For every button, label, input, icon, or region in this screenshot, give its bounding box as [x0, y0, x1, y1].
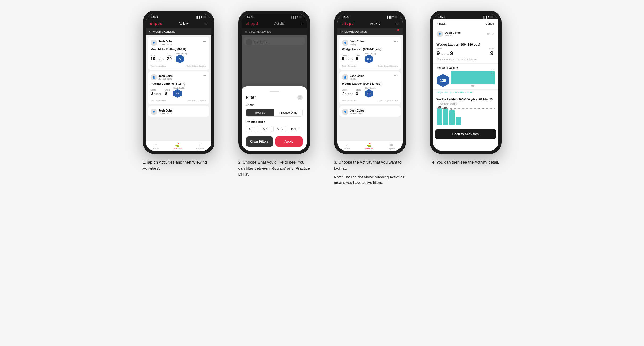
time-1: 13:20 — [151, 15, 158, 18]
user-name-2: Josh Coles — [159, 75, 173, 78]
shots-val-2: 9 — [165, 91, 170, 96]
filter-app[interactable]: APP — [260, 126, 272, 132]
footer2-1: Data: Clippd Capture — [187, 65, 207, 67]
nav-capture-3[interactable]: ⊕ Capture — [388, 143, 395, 150]
footer1-1: Test Information — [151, 65, 166, 67]
detail-activity-section: Wedge Ladder (100–140 yds) - 06 Mar 23 →… — [433, 96, 498, 127]
user-date-3a: Today — [350, 43, 364, 46]
phone-1: 13:20 ▐▐▐ ▾ ⬛ clippd Activity ≡ ⚙ Viewin… — [143, 11, 214, 154]
edit-icon[interactable]: ✏ — [487, 32, 490, 36]
more-dots-2[interactable]: ••• — [203, 74, 207, 78]
quality-hex-3a: 130 — [365, 55, 373, 63]
viewing-banner-3[interactable]: ⚙ Viewing Activities — [337, 28, 403, 35]
screen-content-3: 👤 Josh Coles Today ••• Wedge Ladder (100… — [337, 35, 403, 141]
nav-home-1[interactable]: ⌂ Home — [153, 143, 159, 150]
nav-bar-3: clippd Activity ≡ — [337, 19, 403, 28]
time-4: 13:21 — [438, 15, 445, 18]
filter-ott[interactable]: OTT — [246, 126, 258, 132]
avatar-3c: 👤 — [342, 109, 348, 115]
activity-card-2[interactable]: 👤 Josh Coles 28 Feb 2023 ••• Putting Com… — [148, 71, 209, 104]
filter-putt[interactable]: PUTT — [288, 126, 301, 132]
chart-y-labels: 100 50 0 — [491, 71, 495, 76]
footer1-2: Test Information — [151, 99, 166, 102]
session-info: Player Activity → Practice Session — [433, 90, 498, 96]
time-3: 13:20 — [343, 15, 350, 18]
activity-card-3a[interactable]: 👤 Josh Coles Today ••• Wedge Ladder (100… — [339, 37, 401, 70]
user-name-3b: Josh Coles — [350, 75, 364, 78]
detail-chart-section: Avg Shot Quality 130 130 APP — [433, 64, 498, 90]
shots-val-3a: 9 — [356, 57, 361, 61]
modal-close-btn[interactable]: ✕ — [297, 95, 303, 100]
bars-section: 132 129 124 — [437, 106, 495, 125]
step-4: 13:21 ▐▐▐ ▾ ⬛ < Back Cancel 👤 — [423, 11, 508, 186]
nav-activities-1[interactable]: ⛳ Activities — [173, 143, 182, 150]
step-desc-3: 3. Choose the Activity that you want to … — [334, 159, 406, 186]
more-dots-3a[interactable]: ••• — [394, 40, 398, 43]
back-btn[interactable]: < Back — [437, 22, 446, 25]
shots-val-1: 20 — [167, 57, 172, 61]
quality-label-2: Shot Quality — [173, 87, 185, 89]
bar-item-1: 132 — [437, 106, 442, 125]
activity-card-3b[interactable]: 👤 Josh Coles Today ••• Wedge Ladder (100… — [339, 71, 401, 104]
score-val-2: 0 — [151, 91, 153, 96]
show-label: Show — [246, 103, 303, 106]
tab-rounds[interactable]: Rounds — [246, 109, 274, 116]
nav-capture-1[interactable]: ⊕ Capture — [196, 143, 204, 150]
score-val-3b: 7 — [342, 91, 344, 96]
nav-title-1: Activity — [179, 22, 189, 25]
step-text-1: 1.Tap on Activities and then 'Viewing Ac… — [143, 159, 214, 171]
drill-filters: OTT APP ARG PUTT — [246, 126, 303, 132]
notch-1 — [168, 14, 189, 19]
clear-filters-btn[interactable]: Clear Filters — [246, 136, 273, 147]
more-dots-3b[interactable]: ••• — [394, 74, 398, 78]
menu-1[interactable]: ≡ — [205, 22, 207, 26]
tab-practice-drills[interactable]: Practice Drills — [274, 109, 302, 116]
more-dots-1[interactable]: ••• — [203, 40, 207, 43]
nav-activities-3[interactable]: ⛳ Activities — [365, 143, 373, 150]
menu-3[interactable]: ≡ — [396, 22, 398, 26]
cancel-btn[interactable]: Cancel — [485, 22, 494, 25]
score-label-2: Score — [151, 89, 162, 91]
shots-label-3a: Shots — [356, 54, 361, 57]
status-icons-4: ▐▐▐ ▾ ⬛ — [482, 16, 493, 18]
footer2-2: Data: Clippd Capture — [187, 99, 207, 102]
activity-card-3c[interactable]: 👤 Josh Coles 28 Feb 2023 — [339, 106, 401, 117]
score-label-1: Score — [151, 54, 164, 57]
drill-name-3a: Wedge Ladder (100-140 yds) — [342, 48, 398, 51]
red-dot-3 — [397, 29, 399, 31]
step-text-4: 4. You can then see the Activity detail. — [432, 159, 499, 165]
activity-chart-title: Wedge Ladder (100–140 yds) - 06 Mar 23 — [437, 98, 495, 101]
detail-shots: 9 — [450, 50, 453, 57]
activity-card-1[interactable]: 👤 Josh Coles 28 Feb 2023 ••• Must Make P… — [148, 37, 209, 70]
quality-label-1: Shot Quality — [176, 52, 187, 55]
filter-icon-3: ⚙ — [340, 30, 343, 33]
viewing-banner-1[interactable]: ⚙ Viewing Activities — [146, 28, 211, 35]
filter-modal: Filter ✕ Show Rounds Practice Drills Pra… — [242, 86, 307, 151]
step-2: 13:21 ▐▐▐ ▾ ⬛ clippd Activity ≡ ⚙ Viewin… — [232, 11, 317, 186]
detail-score: 9 — [437, 50, 440, 57]
status-icons-3: ▐▐▐ ▾ ⬛ — [386, 16, 397, 18]
screen-3: 13:20 ▐▐▐ ▾ ⬛ clippd Activity ≡ ⚙ Viewin… — [337, 14, 403, 151]
avatar-1: 👤 — [151, 40, 157, 46]
user-date-3b: Today — [350, 78, 364, 80]
nav-title-3: Activity — [370, 22, 380, 25]
quality-hex-detail: 130 — [437, 74, 449, 87]
step-text-3b: Note: The red dot above 'Viewing Activit… — [334, 174, 406, 186]
step-3: 13:20 ▐▐▐ ▾ ⬛ clippd Activity ≡ ⚙ Viewin… — [327, 11, 413, 186]
apply-btn[interactable]: Apply — [275, 136, 303, 147]
expand-icon[interactable]: ⤢ — [492, 32, 495, 36]
detail-drill-title: Wedge Ladder (100–140 yds) — [437, 43, 495, 46]
step-desc-2: 2. Choose what you'd like to see. You ca… — [238, 159, 310, 177]
modal-actions: Clear Filters Apply — [246, 136, 303, 147]
user-name-3: Josh Coles — [159, 109, 173, 112]
footer2-3a: Data: Clippd Capture — [378, 65, 398, 67]
back-to-activities-btn[interactable]: Back to Activities — [435, 129, 496, 139]
nav-home-3[interactable]: ⌂ Home — [344, 143, 350, 150]
filter-arg[interactable]: ARG — [273, 126, 286, 132]
detail-header: < Back Cancel — [433, 19, 498, 28]
quality-hex-3b: 118 — [365, 89, 373, 98]
activity-card-3[interactable]: 👤 Josh Coles 28 Feb 2023 — [148, 106, 209, 117]
shots-label-2: Shots — [165, 89, 170, 91]
nav-bar-1: clippd Activity ≡ — [146, 19, 211, 28]
screen-2: 13:21 ▐▐▐ ▾ ⬛ clippd Activity ≡ ⚙ Viewin… — [242, 14, 307, 151]
